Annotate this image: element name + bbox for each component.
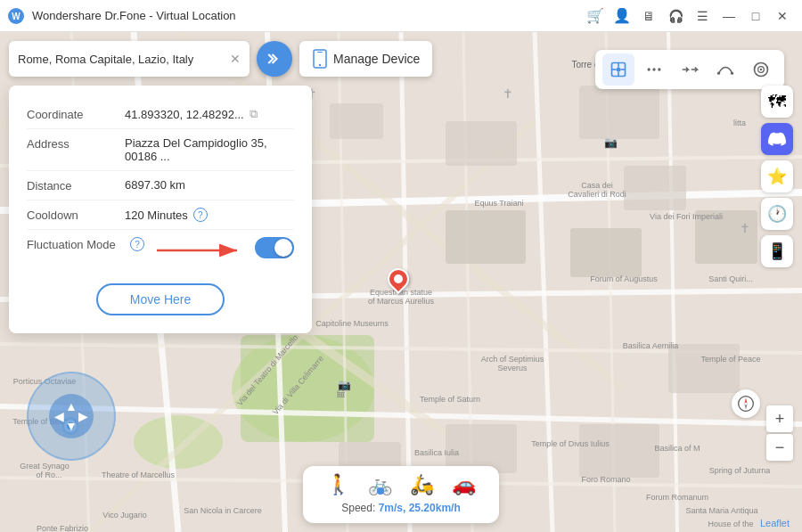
svg-text:✝: ✝ (503, 86, 513, 101)
joystick-control[interactable]: ▲ ▼ ◀ ▶ (27, 372, 116, 461)
maximize-button[interactable]: □ (743, 4, 768, 29)
search-value: Rome, Roma Capitale, Lazio, Italy (18, 53, 225, 66)
jump-teleport-mode-button[interactable] (674, 53, 706, 86)
manage-device-button[interactable]: Manage Device (299, 41, 432, 77)
speed-display: Speed: 7m/s, 25.20km/h (341, 502, 460, 514)
zoom-out-button[interactable]: − (766, 434, 793, 461)
svg-marker-114 (744, 397, 747, 404)
drive-mode[interactable]: 🚗 (452, 473, 476, 496)
distance-row: Distance 6897.30 km (27, 171, 294, 201)
google-maps-icon-button[interactable]: 🗺 (761, 86, 793, 118)
teleport-mode-button[interactable] (602, 53, 634, 86)
cooldown-value: 120 Minutes (125, 209, 188, 222)
moped-mode[interactable]: 🛵 (410, 473, 434, 496)
info-panel: Coordinate 41.893320, 12.48292... ⧉ Addr… (9, 86, 312, 333)
svg-text:Vico Jugario: Vico Jugario (102, 511, 146, 520)
svg-text:W: W (12, 12, 20, 21)
joystick-down[interactable]: ▼ (65, 419, 78, 433)
minimize-button[interactable]: — (716, 4, 741, 29)
zoom-controls: + − (766, 405, 793, 461)
fluctuation-label: Fluctuation Mode (27, 237, 125, 251)
zoom-in-button[interactable]: + (766, 405, 793, 432)
coordinate-copy-icon[interactable]: ⧉ (250, 107, 258, 121)
svg-text:Santi Quiri...: Santi Quiri... (708, 274, 753, 283)
manage-device-label: Manage Device (333, 52, 420, 66)
leaflet-credit[interactable]: Leaflet (760, 518, 790, 528)
app-icon-button[interactable]: 📱 (761, 235, 793, 267)
svg-rect-39 (668, 344, 740, 393)
moped-icon: 🛵 (410, 473, 434, 496)
move-here-button[interactable]: Move Here (96, 283, 225, 315)
svg-text:Temple of Saturn: Temple of Saturn (420, 395, 480, 404)
fluctuation-row: Fluctuation Mode ? (27, 230, 294, 271)
svg-text:Basilica Aemilia: Basilica Aemilia (623, 341, 679, 350)
svg-rect-38 (579, 424, 659, 478)
speed-bar: 🚶 🚲 🛵 🚗 Speed: 7m/s, 25.20km/h (303, 466, 499, 523)
svg-point-110 (760, 69, 763, 71)
arrow-annotation (148, 237, 255, 264)
coordinate-label: Coordinate (27, 107, 125, 121)
headset-icon[interactable]: 🎧 (663, 4, 688, 29)
address-row: Address Piazza Del Campidoglio 35, 00186… (27, 129, 294, 171)
joystick-mode-button[interactable] (745, 53, 777, 86)
multi-stop-mode-button[interactable] (638, 53, 670, 86)
svg-text:of Ro...: of Ro... (36, 471, 61, 479)
svg-text:Spring of Juturna: Spring of Juturna (709, 466, 771, 475)
cart-icon[interactable]: 🛒 (583, 4, 608, 29)
joystick-right[interactable]: ▶ (78, 409, 88, 423)
svg-text:Capitoline Museums: Capitoline Museums (315, 319, 389, 328)
svg-text:San Nicola in Carcere: San Nicola in Carcere (184, 506, 262, 515)
svg-text:of Marcus Aurelius: of Marcus Aurelius (368, 297, 435, 306)
svg-point-105 (658, 68, 660, 70)
svg-text:Basilica of M: Basilica of M (654, 444, 700, 453)
user-icon[interactable]: 👤 (610, 4, 634, 29)
right-icons-panel: 🗺 ⭐ 🕐 📱 (761, 86, 793, 267)
coordinate-row: Coordinate 41.893320, 12.48292... ⧉ (27, 100, 294, 129)
phone-icon (312, 49, 328, 69)
svg-point-107 (731, 72, 733, 75)
svg-rect-30 (446, 121, 517, 166)
svg-rect-29 (330, 103, 383, 139)
bike-mode[interactable]: 🚲 (368, 473, 392, 496)
navigation-button[interactable] (257, 41, 292, 77)
svg-text:Theatre of Marcellus: Theatre of Marcellus (102, 471, 176, 479)
svg-rect-96 (317, 52, 323, 53)
svg-text:litta: litta (733, 119, 746, 127)
speed-value: 7m/s, 25.20km/h (379, 502, 461, 514)
screen-icon[interactable]: 🖥 (636, 4, 661, 29)
joystick-up[interactable]: ▲ (65, 399, 78, 413)
joystick-left[interactable]: ◀ (54, 409, 64, 423)
svg-point-95 (319, 64, 321, 66)
svg-marker-115 (744, 404, 747, 410)
svg-text:Arch of Septimius: Arch of Septimius (481, 355, 544, 364)
cooldown-help-icon[interactable]: ? (193, 208, 208, 222)
svg-text:Equus Traiani: Equus Traiani (474, 199, 523, 208)
svg-text:Foro Romano: Foro Romano (581, 475, 630, 484)
svg-text:Casa dei: Casa dei (581, 181, 613, 190)
search-bar[interactable]: Rome, Roma Capitale, Lazio, Italy ✕ (9, 41, 250, 77)
app-title: Wondershare Dr.Fone - Virtual Location (32, 9, 236, 22)
svg-text:Temple of Peace: Temple of Peace (700, 355, 760, 364)
destination-map-pin (388, 268, 409, 293)
clock-icon-button[interactable]: 🕐 (761, 198, 793, 230)
app-logo: W (7, 7, 25, 25)
speed-modes: 🚶 🚲 🛵 🚗 (326, 473, 476, 496)
fluctuation-toggle[interactable] (255, 237, 294, 258)
route-mode-button[interactable] (709, 53, 741, 86)
speed-label: Speed: (341, 502, 375, 514)
svg-rect-31 (579, 86, 659, 139)
svg-text:Severus: Severus (497, 364, 528, 372)
walk-mode[interactable]: 🚶 (326, 473, 350, 496)
coordinate-value: 41.893320, 12.48292... (125, 108, 244, 121)
search-clear-button[interactable]: ✕ (230, 52, 241, 66)
top-toolbar: Rome, Roma Capitale, Lazio, Italy ✕ Mana… (9, 41, 793, 77)
close-button[interactable]: ✕ (770, 4, 795, 29)
discord-icon-button[interactable] (761, 123, 793, 155)
svg-text:Forum of Augustus: Forum of Augustus (590, 274, 658, 283)
star-icon-button[interactable]: ⭐ (761, 160, 793, 192)
menu-icon[interactable]: ☰ (690, 4, 715, 29)
svg-text:Ponte Fabrizio: Ponte Fabrizio (37, 524, 88, 532)
svg-text:Temple of Divus Iulius: Temple of Divus Iulius (531, 439, 610, 448)
fluctuation-help-icon[interactable]: ? (130, 237, 144, 251)
compass-button[interactable] (732, 389, 760, 418)
